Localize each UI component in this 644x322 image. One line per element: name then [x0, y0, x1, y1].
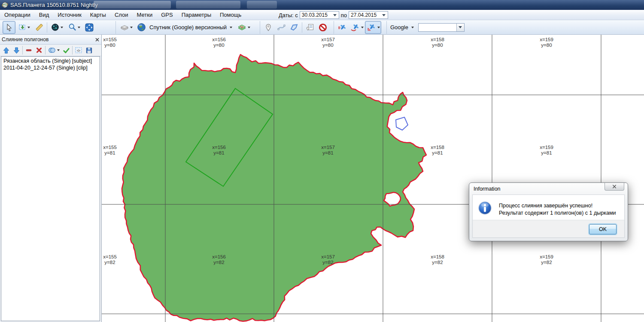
app-icon	[2, 2, 8, 8]
apply-merge-button[interactable]	[61, 45, 71, 55]
move-down-button[interactable]	[11, 45, 21, 55]
tile-coordinate-label: x=157y=80	[321, 37, 335, 48]
measure-distance-button[interactable]	[33, 21, 46, 34]
gps-follow-icon	[367, 23, 376, 32]
hide-marks-button[interactable]	[316, 21, 329, 34]
delete-x-icon	[36, 47, 43, 54]
chevron-down-icon	[57, 49, 60, 51]
selection-box-icon	[75, 46, 82, 54]
search-provider-label[interactable]: Google	[390, 24, 408, 30]
menu-items: ОперацииВидИсточникКартыСлоиМеткиGPSПара…	[0, 10, 246, 19]
menu-bar: ОперацииВидИсточникКартыСлоиМеткиGPSПара…	[0, 10, 644, 20]
ok-button[interactable]: OK	[589, 224, 617, 234]
close-icon	[95, 37, 100, 42]
background-window-ghost	[247, 1, 277, 9]
map-type-label[interactable]: Спутник (Google) версионный	[149, 24, 227, 30]
layers-button[interactable]	[235, 21, 253, 34]
save-result-button[interactable]	[84, 45, 94, 55]
merge-operation-button[interactable]	[46, 45, 61, 55]
ruler-icon	[35, 23, 43, 31]
dialog-message-line2: Результат содержит 1 полигон(ов) с 1 дыр…	[499, 210, 616, 217]
map-canvas[interactable]: x=155y=80x=155y=81x=155y=82x=156y=80x=15…	[102, 35, 644, 322]
background-window-ghost	[176, 1, 240, 9]
tile-coordinate-label: x=155y=82	[103, 254, 117, 265]
dialog-footer: OK	[473, 220, 624, 237]
gps-follow-button[interactable]	[365, 21, 381, 34]
cursor-arrow-icon	[5, 24, 13, 31]
polygon-icon	[290, 23, 298, 32]
minus-icon	[25, 47, 32, 54]
selection-from-result-button[interactable]	[73, 45, 84, 55]
polygon-merge-panel: Слияние полигонов	[0, 35, 102, 322]
chevron-down-icon	[78, 27, 80, 28]
gps-connect-button[interactable]	[336, 21, 349, 34]
selection-manager-button[interactable]	[15, 21, 33, 34]
dates-from-label: Даты: с	[279, 12, 298, 18]
list-item[interactable]: Рязанская область (Single) [subject]	[1, 58, 100, 64]
layers-icon	[237, 23, 246, 32]
add-placemark-button[interactable]	[262, 21, 275, 34]
placemark-manager-button[interactable]	[304, 21, 316, 34]
search-combobox[interactable]	[418, 23, 465, 32]
cache-box-icon	[120, 23, 129, 32]
chevron-down-icon	[230, 27, 232, 28]
window-title: SAS.Планета 150510.8751 Nightly	[10, 2, 98, 8]
forbidden-icon	[319, 23, 327, 32]
menu-item-карты[interactable]: Карты	[86, 10, 110, 19]
list-item[interactable]: 2011-04-20_12-24-57 (Single) [clip]	[1, 64, 100, 71]
menu-item-параметры[interactable]: Параметры	[177, 10, 216, 19]
gps-tracker-signal-icon	[337, 23, 347, 32]
add-path-button[interactable]	[275, 21, 288, 34]
zoom-tool-button[interactable]	[66, 21, 83, 34]
chevron-down-icon	[130, 27, 133, 28]
menu-item-источник[interactable]: Источник	[53, 10, 86, 19]
panel-header[interactable]: Слияние полигонов	[0, 35, 101, 45]
tile-coordinate-label: x=158y=81	[431, 145, 444, 155]
menu-item-помощь[interactable]: Помощь	[216, 10, 246, 19]
fill-map-button[interactable]	[49, 21, 66, 34]
menu-item-операции[interactable]: Операции	[0, 10, 35, 19]
dialog-close-button[interactable]	[605, 183, 624, 191]
add-polygon-button[interactable]	[288, 21, 301, 34]
blue-marker-polygon	[396, 117, 408, 130]
placemark-list-icon	[306, 23, 314, 31]
tile-coordinate-label: x=156y=80	[212, 37, 226, 48]
remove-item-button[interactable]	[24, 45, 34, 55]
chevron-down-icon	[248, 27, 250, 28]
tile-coordinate-label: x=155y=81	[103, 145, 117, 155]
background-window-ghost	[94, 1, 171, 9]
tile-coordinate-label: x=159y=80	[540, 37, 553, 48]
information-dialog: Information Процесс слияния завершён усп…	[469, 182, 628, 241]
date-from-combobox[interactable]: 30.03.2015	[300, 11, 339, 19]
window-titlebar[interactable]: SAS.Планета 150510.8751 Nightly	[0, 0, 644, 10]
dialog-message-line1: Процесс слияния завершён успешно!	[499, 202, 616, 210]
magnifier-icon	[68, 23, 76, 31]
map-render: x=155y=80x=155y=81x=155y=82x=156y=80x=15…	[102, 35, 644, 322]
menu-item-метки[interactable]: Метки	[133, 10, 157, 19]
move-up-button[interactable]	[1, 45, 11, 55]
arrow-down-icon	[13, 47, 20, 54]
cache-mode-button[interactable]	[118, 21, 135, 34]
clear-list-button[interactable]	[34, 45, 44, 55]
dialog-body: Процесс слияния завершён успешно! Резуль…	[472, 194, 625, 238]
date-to-combobox[interactable]: 27.04.2015	[349, 11, 388, 19]
tile-coordinate-label: x=159y=82	[540, 254, 553, 265]
chevron-down-icon	[377, 27, 380, 28]
tile-coordinate-label: x=157y=82	[321, 254, 335, 265]
merge-circles-icon	[48, 46, 56, 54]
fullscreen-icon	[85, 23, 94, 32]
floppy-save-icon	[85, 47, 93, 54]
map-source-icon-button[interactable]	[135, 21, 148, 34]
polygon-list[interactable]: Рязанская область (Single) [subject]2011…	[1, 56, 100, 321]
tile-coordinate-label: x=156y=81	[212, 145, 226, 155]
menu-item-вид[interactable]: Вид	[35, 10, 54, 19]
placemark-pin-icon	[264, 24, 272, 31]
panel-close-button[interactable]	[95, 37, 100, 42]
menu-item-gps[interactable]: GPS	[157, 10, 177, 19]
search-dropdown-button[interactable]	[456, 24, 464, 31]
gps-track-button[interactable]	[349, 21, 365, 34]
select-tool-button[interactable]	[3, 21, 15, 34]
dialog-title: Information	[474, 186, 501, 192]
menu-item-слои[interactable]: Слои	[110, 10, 133, 19]
fullscreen-button[interactable]	[83, 21, 96, 34]
